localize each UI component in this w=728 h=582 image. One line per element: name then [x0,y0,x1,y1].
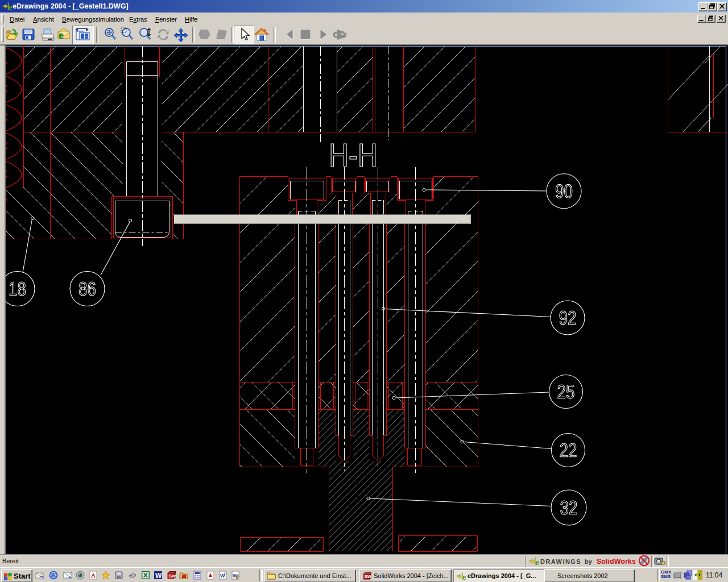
svg-text:e: e [59,29,63,41]
svg-text:e: e [462,573,466,581]
svg-text:SW: SW [365,574,371,579]
svg-text:W: W [220,573,225,579]
svg-text:e: e [51,571,55,579]
svg-text:W: W [155,572,162,580]
svg-text:e: e [535,558,539,567]
svg-text:SW: SW [169,573,176,579]
